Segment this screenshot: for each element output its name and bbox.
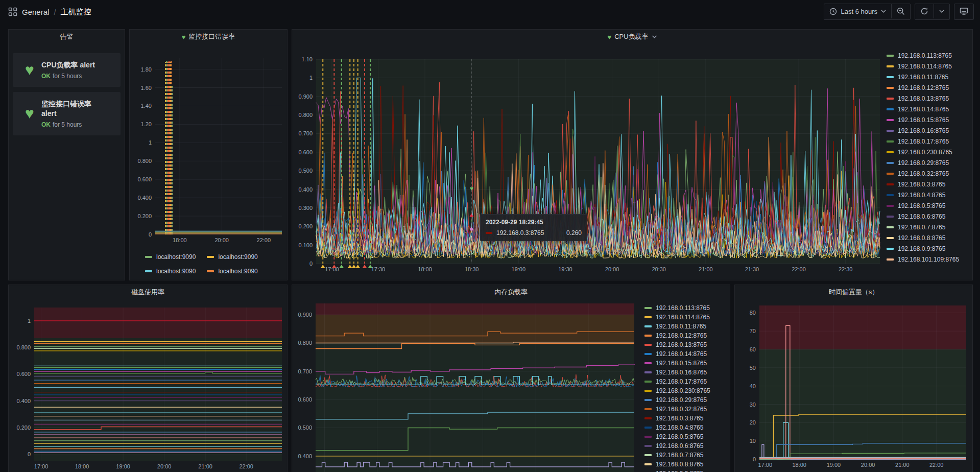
tooltip-timestamp: 2022-09-29 18:29:45 [486,219,582,226]
legend-item[interactable]: 192.168.0.6:8765 [644,441,729,451]
alert-status-ok: OK [41,121,51,128]
series-name: 192.168.0.4:8765 [656,424,703,431]
legend-item[interactable]: 192.168.0.5:8765 [887,200,971,211]
error-rate-chart[interactable]: 1.801.601.401.2010.8000.6000.4000.200018… [132,44,286,248]
legend-item[interactable]: 192.168.0.29:8765 [887,157,971,168]
legend-item[interactable]: 192.168.0.17:8765 [887,136,971,147]
refresh-interval-dropdown[interactable] [934,4,949,18]
svg-text:0.800: 0.800 [137,158,152,164]
svg-text:0: 0 [753,456,756,462]
legend-item[interactable]: 192.168.0.9:8765 [887,243,971,254]
series-color-swatch [887,98,894,100]
series-name: 192.168.0.8:8765 [898,234,945,242]
legend-item[interactable]: localhost:9090 [207,266,257,276]
legend-item[interactable]: 192.168.0.12:8765 [644,331,729,340]
legend-item[interactable]: 192.168.0.230:8765 [644,386,729,395]
series-name: 192.168.0.230:8765 [656,387,710,394]
legend-item[interactable]: 192.168.101.109:8765 [887,254,971,265]
legend-item[interactable]: 192.168.0.4:8765 [644,423,729,432]
series-name: 192.168.0.29:8765 [898,159,949,167]
alert-ok-heart-icon: ♥ [18,62,41,78]
legend-item[interactable]: 192.168.0.16:8765 [887,125,971,136]
breadcrumb-dashboard-title[interactable]: 主机监控 [61,7,91,17]
svg-text:0: 0 [28,451,31,457]
legend-item[interactable]: localhost:9090 [207,251,257,262]
svg-text:17:30: 17:30 [371,266,386,272]
legend-item[interactable]: 192.168.0.15:8765 [887,114,971,125]
svg-text:18:00: 18:00 [418,266,432,272]
series-color-swatch [644,344,652,346]
svg-text:21:00: 21:00 [895,462,910,468]
cpu-load-chart[interactable]: 1.1010.9000.8000.7000.6000.5000.4000.300… [292,44,883,281]
svg-text:1.40: 1.40 [141,103,152,109]
series-name: 192.168.0.15:8765 [656,360,707,367]
legend-item[interactable]: 192.168.0.32:8765 [644,405,729,414]
series-name: 192.168.0.17:8765 [656,378,707,385]
alerts-panel-title[interactable]: 告警 [9,30,125,44]
error-rate-panel-title[interactable]: ♥ 监控接口错误率 [130,30,287,44]
alert-item-error-rate[interactable]: ♥ 监控接口错误率 alert OKfor 5 hours [13,92,121,135]
apps-grid-icon[interactable] [8,7,17,16]
legend-item[interactable]: 192.168.0.14:8765 [887,104,971,114]
svg-text:1.20: 1.20 [141,121,152,127]
legend-item[interactable]: 192.168.0.13:8765 [887,93,971,104]
legend-item[interactable]: 192.168.0.3:8765 [644,414,729,423]
clock-icon [829,8,837,15]
series-name: 192.168.0.12:8765 [898,84,949,91]
series-name: 192.168.0.14:8765 [656,350,707,358]
svg-text:0.500: 0.500 [298,168,313,174]
legend-item[interactable]: 192.168.0.15:8765 [644,359,729,368]
zoom-out-button[interactable] [891,4,910,18]
time-offset-chart[interactable]: 8070605040302010017:0018:0019:0020:0021:… [737,299,971,472]
legend-item[interactable]: 192.168.0.230:8765 [887,147,971,157]
legend-item[interactable]: 192.168.0.11:8765 [887,72,971,82]
legend-item[interactable]: 192.168.0.7:8765 [887,222,971,232]
disk-usage-chart[interactable]: 10.8000.6000.4000.200017:0018:0019:0020:… [11,299,286,472]
legend-item[interactable]: 192.168.0.114:8765 [887,61,971,72]
legend-item[interactable]: 192.168.0.17:8765 [644,377,729,386]
legend-item[interactable]: 192.168.0.29:8765 [644,395,729,405]
kiosk-mode-button[interactable] [954,4,973,18]
legend-item[interactable]: 192.168.0.16:8765 [644,368,729,377]
time-offset-panel-title[interactable]: 时间偏置量（s） [735,285,972,299]
tooltip-series-name: 192.168.0.3:8765 [496,229,544,237]
svg-text:0.500: 0.500 [298,424,312,431]
legend-item[interactable]: 192.168.0.8:8765 [644,460,729,469]
series-name: 192.168.0.32:8765 [656,406,707,413]
memory-panel-title[interactable]: 内存负载率 [292,285,730,299]
refresh-button[interactable] [915,4,934,18]
legend-item[interactable]: 192.168.0.113:8765 [887,50,971,61]
series-name: 192.168.0.17:8765 [898,138,949,145]
legend-item[interactable]: 192.168.0.5:8765 [644,432,729,441]
svg-text:0.600: 0.600 [298,396,312,403]
legend-item[interactable]: 192.168.0.3:8765 [887,179,971,190]
svg-text:1: 1 [309,75,313,81]
legend-item[interactable]: 192.168.0.114:8765 [644,313,729,322]
legend-item[interactable]: 192.168.0.14:8765 [644,349,729,359]
time-range-label: Last 6 hours [841,8,877,15]
legend-item[interactable]: 192.168.0.7:8765 [644,451,729,460]
legend-item[interactable]: 192.168.0.11:8765 [644,322,729,331]
legend-item[interactable]: localhost:9090 [145,251,196,262]
svg-text:18:00: 18:00 [792,462,806,468]
svg-text:0.700: 0.700 [298,130,313,136]
series-name: 192.168.0.114:8765 [656,314,710,321]
series-name: 192.168.0.29:8765 [656,396,707,404]
legend-item[interactable]: 192.168.0.8:8765 [887,232,971,243]
legend-item[interactable]: 192.168.0.113:8765 [644,303,729,313]
legend-item[interactable]: 192.168.0.4:8765 [887,190,971,200]
series-name: 192.168.0.9:8765 [656,470,703,472]
memory-load-chart[interactable]: 0.9000.8000.7000.6000.5000.40017:0018:00… [292,299,639,472]
disk-panel-title[interactable]: 磁盘使用率 [9,285,287,299]
cpu-panel-title[interactable]: ♥ CPU负载率 [292,30,972,44]
legend-item[interactable]: 192.168.0.6:8765 [887,211,971,222]
alert-item-cpu[interactable]: ♥ CPU负载率 alert OKfor 5 hours [13,53,121,87]
breadcrumb-section[interactable]: General [22,8,49,16]
legend-item[interactable]: 192.168.0.9:8765 [644,469,729,472]
time-range-picker[interactable]: Last 6 hours [824,4,891,18]
legend-item[interactable]: 192.168.0.12:8765 [887,82,971,93]
legend-item[interactable]: 192.168.0.32:8765 [887,168,971,179]
legend-item[interactable]: 192.168.0.13:8765 [644,340,729,349]
legend-item[interactable]: localhost:9090 [145,266,196,276]
svg-text:21:00: 21:00 [699,266,713,272]
